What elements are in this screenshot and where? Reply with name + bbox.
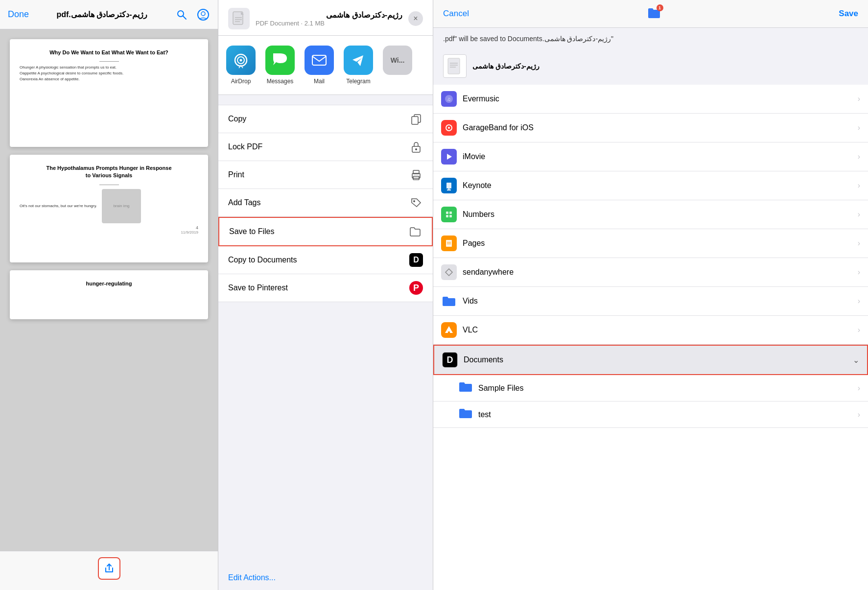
save-description: "رژیم-دکترصادق هاشمی.pdf" will be saved … [433, 28, 868, 49]
share-header: رژیم-دکترصادق هاشمی PDF Document · 2.1 M… [218, 0, 433, 36]
folder-documents[interactable]: D Documents ⌄ [433, 345, 868, 375]
action-save-pinterest[interactable]: Save to Pinterest P [218, 274, 433, 302]
folder-imovie[interactable]: iMovie › [433, 142, 868, 171]
folder-garageband[interactable]: GarageBand for iOS › [433, 114, 868, 142]
telegram-label: Telegram [346, 78, 370, 85]
keynote-name: Keynote [463, 181, 852, 190]
share-app-messages[interactable]: Messages [265, 46, 295, 85]
documents-icon: D [442, 352, 458, 368]
save-button[interactable]: Save [839, 9, 858, 19]
save-title-area: 1 [647, 7, 661, 21]
vlc-icon [441, 322, 457, 338]
pdf-page-title-2: The Hypothalamus Prompts Hunger in Respo… [20, 165, 198, 180]
pages-icon [441, 236, 457, 251]
folder-numbers[interactable]: Numbers › [433, 200, 868, 229]
svg-rect-35 [449, 212, 452, 214]
share-actions: Copy Lock PDF Print [218, 95, 433, 566]
copy-icon [409, 112, 423, 126]
vlc-name: VLC [463, 326, 852, 334]
folder-vids[interactable]: Vids › [433, 287, 868, 316]
sendanywhere-chevron: › [858, 268, 860, 277]
save-preview: رژیم-دکترصادق هاشمی [433, 49, 868, 85]
subfolder-sample-files[interactable]: Sample Files › [433, 375, 868, 401]
file-icon [228, 8, 250, 29]
action-add-tags[interactable]: Add Tags [218, 189, 433, 217]
pdf-title: رژیم-دکترصادق هاشمی.pdf [37, 10, 167, 19]
brain-image: brain img [102, 189, 141, 223]
pdf-viewer: Done رژیم-دکترصادق هاشمی.pdf Why Do We W… [0, 0, 218, 590]
share-app-airdrop[interactable]: AirDrop [226, 46, 256, 85]
evermusic-icon: ♫ [441, 91, 457, 107]
pdf-page-2: The Hypothalamus Prompts Hunger in Respo… [10, 155, 208, 262]
share-button[interactable] [98, 557, 120, 580]
vlc-chevron: › [858, 326, 860, 334]
imovie-chevron: › [858, 152, 860, 161]
share-app-telegram[interactable]: Telegram [344, 46, 373, 85]
share-file-name: رژیم-دکترصادق هاشمی [256, 10, 402, 20]
share-app-more[interactable]: Wi... [383, 46, 412, 78]
folder-pages[interactable]: Pages › [433, 229, 868, 258]
folder-badge: 1 [657, 4, 663, 11]
pages-chevron: › [858, 239, 860, 248]
share-app-mail[interactable]: Mail [305, 46, 334, 85]
action-lock-pdf[interactable]: Lock PDF [218, 133, 433, 161]
pdf-page-text-1: Ohunger A physiologic sensation that pro… [20, 65, 198, 82]
documents-app-icon: D [409, 253, 423, 267]
save-folders-list: ♫ Evermusic › GarageBand for iOS › iMovi… [433, 85, 868, 590]
lock-icon [409, 140, 423, 154]
save-dialog-header: Cancel 1 Save [433, 0, 868, 28]
svg-rect-15 [412, 117, 418, 124]
subfolder-test[interactable]: test › [433, 401, 868, 428]
svg-rect-13 [312, 55, 326, 65]
svg-rect-42 [448, 331, 450, 333]
share-apps-row: AirDrop Messages Mail [218, 36, 433, 95]
folder-keynote[interactable]: Keynote › [433, 171, 868, 200]
svg-marker-30 [447, 154, 452, 160]
share-file-meta: PDF Document · 2.1 MB [256, 20, 402, 27]
svg-rect-38 [446, 240, 452, 247]
action-copy-label: Copy [228, 115, 403, 123]
action-copy[interactable]: Copy [218, 105, 433, 133]
done-button[interactable]: Done [8, 9, 29, 20]
vids-folder-icon [441, 293, 457, 309]
pdf-page-3: hunger-regulating [10, 270, 208, 319]
svg-point-21 [413, 200, 415, 202]
cancel-button[interactable]: Cancel [443, 9, 469, 19]
action-save-files-label: Save to Files [229, 227, 402, 236]
keynote-icon [441, 178, 457, 193]
action-tags-label: Add Tags [228, 198, 403, 207]
save-preview-thumb [443, 54, 467, 78]
pdf-page-image-area: Oit's not our stomachs, but our we're hu… [20, 189, 198, 223]
mail-label: Mail [314, 78, 325, 85]
page-divider-1 [99, 61, 119, 62]
edit-actions[interactable]: Edit Actions... [218, 566, 433, 590]
action-print-label: Print [228, 170, 403, 179]
folder-vlc[interactable]: VLC › [433, 316, 868, 345]
sample-files-chevron: › [858, 384, 860, 393]
imovie-icon [441, 149, 457, 165]
search-icon[interactable] [175, 8, 188, 22]
profile-icon[interactable] [196, 8, 210, 22]
action-copy-to-docs[interactable]: Copy to Documents D [218, 246, 433, 274]
share-close-button[interactable]: × [408, 11, 423, 26]
test-name: test [478, 410, 852, 419]
folder-sendanywhere[interactable]: sendanywhere › [433, 258, 868, 287]
sample-files-folder-icon [459, 381, 472, 395]
garageband-icon [441, 120, 457, 136]
tags-icon [409, 196, 423, 210]
pdf-bottom-bar [0, 551, 218, 590]
save-files-icon [408, 225, 422, 238]
keynote-chevron: › [858, 181, 860, 190]
garageband-chevron: › [858, 123, 860, 132]
action-save-to-files[interactable]: Save to Files [218, 217, 433, 246]
svg-point-17 [415, 148, 417, 150]
folder-evermusic[interactable]: ♫ Evermusic › [433, 85, 868, 114]
action-pinterest-label: Save to Pinterest [228, 283, 403, 292]
pinterest-icon: P [409, 281, 423, 295]
svg-rect-37 [449, 215, 452, 217]
save-preview-name: رژیم-دکترصادق هاشمی [472, 62, 540, 70]
messages-label: Messages [267, 78, 294, 85]
action-print[interactable]: Print [218, 161, 433, 189]
imovie-name: iMovie [463, 152, 852, 161]
pdf-content: Why Do We Want to Eat What We Want to Ea… [0, 29, 218, 551]
